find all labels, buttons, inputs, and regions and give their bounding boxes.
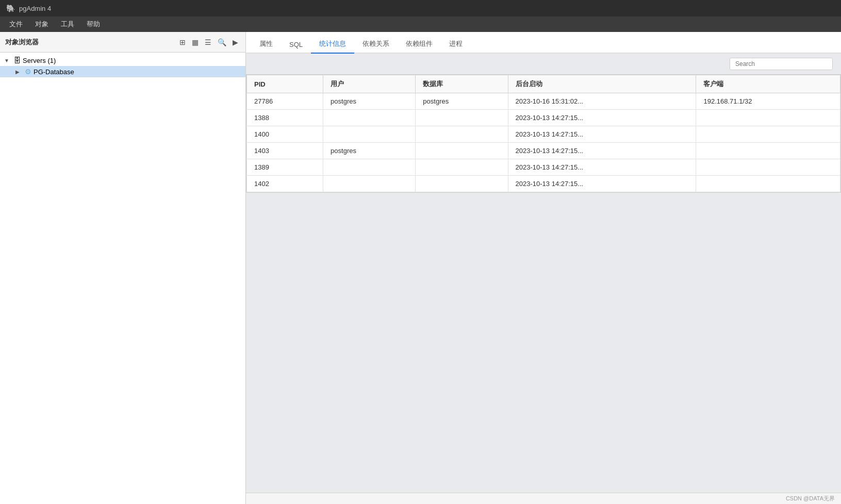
right-panel: 属性 SQL 统计信息 依赖关系 依赖组件 进程 PID 用户 数 [246,32,841,504]
cell-2-3: 2023-10-13 14:27:15... [508,126,696,143]
terminal-button[interactable]: ▶ [230,37,240,47]
sidebar-content: ▼ 🗄 Servers (1) ▶ ⚙ PG-Database [0,53,245,504]
menubar: 文件 对象 工具 帮助 [0,16,841,32]
cell-0-0: 27786 [247,93,323,110]
col-pid: PID [247,75,323,93]
grid-view-button[interactable]: ⊞ [177,37,188,47]
table-row: 27786postgrespostgres2023-10-16 15:31:02… [247,93,840,110]
menu-tools[interactable]: 工具 [56,18,79,31]
pg-database-icon: ⚙ [25,68,31,76]
tab-dependents[interactable]: 依赖组件 [398,35,441,54]
column-view-button[interactable]: ☰ [203,37,213,47]
cell-5-2 [416,176,508,192]
cell-5-4 [696,176,840,192]
watermark: CSDN @DATA无界 [786,495,835,502]
table-wrapper: PID 用户 数据库 后台启动 客户端 27786postgrespostgre… [246,74,841,193]
footer-bar: CSDN @DATA无界 [246,493,841,504]
cell-5-3: 2023-10-13 14:27:15... [508,176,696,192]
search-bar [246,54,841,74]
cell-0-2: postgres [416,93,508,110]
cell-2-2 [416,126,508,143]
table-row: 1403postgres2023-10-13 14:27:15... [247,143,840,159]
col-client: 客户端 [696,75,840,93]
titlebar: 🐘 pgAdmin 4 [0,0,841,16]
app-icon: 🐘 [6,4,15,12]
cell-3-3: 2023-10-13 14:27:15... [508,143,696,159]
search-button[interactable]: 🔍 [216,37,228,47]
content-area: PID 用户 数据库 后台启动 客户端 27786postgrespostgre… [246,54,841,504]
table-row: 13882023-10-13 14:27:15... [247,110,840,126]
cell-3-4 [696,143,840,159]
cell-3-2 [416,143,508,159]
cell-1-0: 1388 [247,110,323,126]
cell-1-4 [696,110,840,126]
servers-label: Servers (1) [23,57,56,64]
pg-database-arrow: ▶ [15,69,23,75]
cell-3-1: postgres [323,143,416,159]
tree-pg-database[interactable]: ▶ ⚙ PG-Database [0,66,245,77]
sidebar: 对象浏览器 ⊞ ▦ ☰ 🔍 ▶ ▼ 🗄 Servers (1) ▶ ⚙ PG-D… [0,32,246,504]
table-view-button[interactable]: ▦ [190,37,201,47]
app-title: pgAdmin 4 [19,5,51,12]
sidebar-toolbar: ⊞ ▦ ☰ 🔍 ▶ [177,37,240,47]
pg-database-label: PG-Database [34,68,74,76]
search-input[interactable] [730,58,833,70]
cell-5-1 [323,176,416,192]
cell-5-0: 1402 [247,176,323,192]
sidebar-title: 对象浏览器 [5,38,39,47]
tab-sql[interactable]: SQL [281,37,311,54]
table-header: PID 用户 数据库 后台启动 客户端 [247,75,840,93]
cell-0-1: postgres [323,93,416,110]
cell-2-4 [696,126,840,143]
table-row: 13892023-10-13 14:27:15... [247,159,840,176]
menu-help[interactable]: 帮助 [81,18,105,31]
col-user: 用户 [323,75,416,93]
tabs-bar: 属性 SQL 统计信息 依赖关系 依赖组件 进程 [246,32,841,54]
servers-arrow: ▼ [4,58,11,63]
cell-2-1 [323,126,416,143]
cell-4-2 [416,159,508,176]
table-row: 14022023-10-13 14:27:15... [247,176,840,192]
cell-4-0: 1389 [247,159,323,176]
tab-properties[interactable]: 属性 [251,35,281,54]
cell-1-1 [323,110,416,126]
cell-3-0: 1403 [247,143,323,159]
table-row: 14002023-10-13 14:27:15... [247,126,840,143]
main-layout: 对象浏览器 ⊞ ▦ ☰ 🔍 ▶ ▼ 🗄 Servers (1) ▶ ⚙ PG-D… [0,32,841,504]
cell-0-3: 2023-10-16 15:31:02... [508,93,696,110]
sidebar-header: 对象浏览器 ⊞ ▦ ☰ 🔍 ▶ [0,32,245,53]
tab-statistics[interactable]: 统计信息 [311,35,354,54]
cell-4-3: 2023-10-13 14:27:15... [508,159,696,176]
cell-4-1 [323,159,416,176]
cell-4-4 [696,159,840,176]
cell-2-0: 1400 [247,126,323,143]
cell-1-3: 2023-10-13 14:27:15... [508,110,696,126]
statistics-table: PID 用户 数据库 后台启动 客户端 27786postgrespostgre… [246,75,840,192]
col-database: 数据库 [416,75,508,93]
cell-0-4: 192.168.71.1/32 [696,93,840,110]
cell-1-2 [416,110,508,126]
menu-file[interactable]: 文件 [4,18,28,31]
table-body: 27786postgrespostgres2023-10-16 15:31:02… [247,93,840,192]
tab-dependencies[interactable]: 依赖关系 [354,35,398,54]
servers-icon: 🗄 [13,56,21,64]
col-backend-start: 后台启动 [508,75,696,93]
tab-processes[interactable]: 进程 [441,35,471,54]
tree-servers[interactable]: ▼ 🗄 Servers (1) [0,55,245,66]
menu-object[interactable]: 对象 [30,18,54,31]
